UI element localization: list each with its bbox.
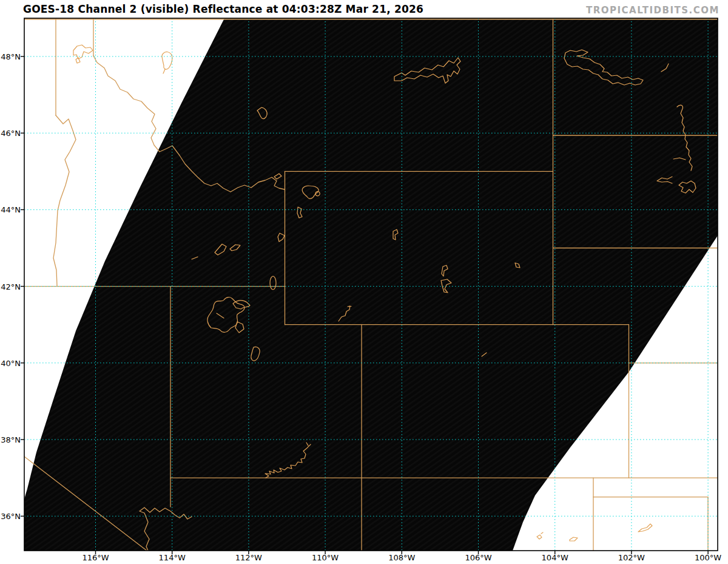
- lat-tick-label: 38°N: [0, 435, 21, 444]
- lat-tick-label: 46°N: [0, 129, 21, 138]
- lat-tick-label: 40°N: [0, 358, 21, 367]
- lon-tick-label: 106°W: [465, 553, 491, 562]
- lat-tick-label: 44°N: [0, 205, 21, 214]
- satellite-map: 116°W114°W112°W110°W108°W106°W104°W102°W…: [0, 0, 728, 564]
- lon-tick-label: 108°W: [388, 553, 415, 562]
- lon-tick-label: 112°W: [235, 553, 262, 562]
- lat-tick-label: 48°N: [0, 52, 21, 61]
- lon-tick-label: 114°W: [159, 553, 186, 562]
- lon-tick-label: 110°W: [312, 553, 339, 562]
- lon-tick-label: 104°W: [542, 553, 568, 562]
- lon-tick-label: 102°W: [618, 553, 645, 562]
- lat-tick-label: 42°N: [0, 282, 21, 291]
- lat-tick-label: 36°N: [0, 512, 21, 521]
- satellite-viewer-page: GOES-18 Channel 2 (visible) Reflectance …: [0, 0, 728, 564]
- map-canvas: [0, 0, 728, 564]
- lon-tick-label: 116°W: [82, 553, 109, 562]
- lon-tick-label: 100°W: [695, 553, 721, 562]
